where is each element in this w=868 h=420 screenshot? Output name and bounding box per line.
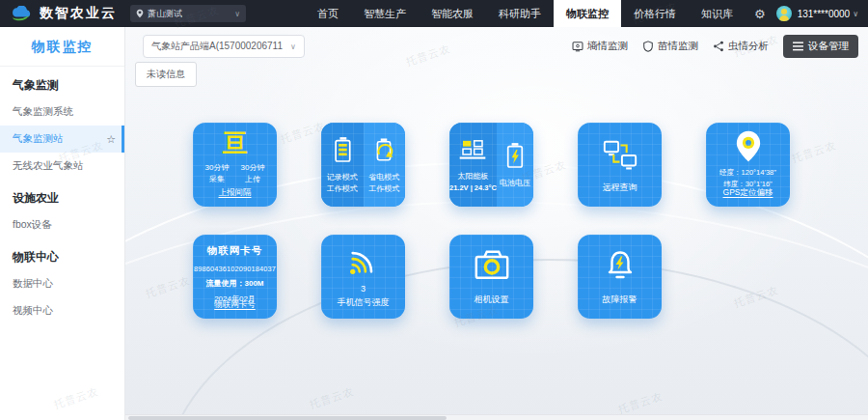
battery-voltage-label: 电池电压 xyxy=(500,178,530,189)
sidebar-section-facility-agri: 设施农业 xyxy=(0,180,124,211)
iot-card-usage: 流量使用：300M xyxy=(205,278,263,289)
sidebar-item-label: fbox设备 xyxy=(13,218,52,232)
main-content: 气象站产品端A(157000206711 ∨ 墒情监测 xyxy=(125,27,868,420)
solar-panel-label: 太阳能板 21.2V | 24.3°C xyxy=(449,171,497,194)
soil-moisture-monitor-button[interactable]: 墒情监测 xyxy=(572,40,628,53)
action-label: 设备管理 xyxy=(808,40,849,53)
alarm-bell-icon xyxy=(603,249,637,284)
mode-title: 记录模式 xyxy=(327,172,358,183)
solar-value: 21.2V | 24.3°C xyxy=(449,183,497,192)
camera-settings-label: 相机设置 xyxy=(449,294,533,306)
remote-query-label: 远程查询 xyxy=(578,182,662,194)
brand-title: 数智农业云 xyxy=(40,5,117,22)
action-label: 虫情分析 xyxy=(728,40,769,53)
collect-value: 30分钟 xyxy=(205,162,230,174)
solar-panel-half[interactable]: 太阳能板 21.2V | 24.3°C xyxy=(449,123,497,207)
device-select[interactable]: 气象站产品端A(157000206711 ∨ xyxy=(143,35,305,58)
work-mode-tile[interactable]: 记录模式 工作模式 省电模式 工作模式 xyxy=(321,123,405,207)
signal-tile[interactable]: 3 手机信号强度 xyxy=(321,235,405,319)
sidebar-item-data-center[interactable]: 数据中心 xyxy=(0,270,124,297)
sidebar-item-label: 无线农业气象站 xyxy=(13,159,84,173)
nav-item-knowledge-base[interactable]: 知识库 xyxy=(689,0,746,27)
tiles-row-1: 亘 30分钟 采集 30分钟 上传 上报间隔 xyxy=(193,123,790,207)
user-avatar[interactable] xyxy=(776,6,792,21)
sidebar-title: 物联监控 xyxy=(0,27,124,67)
action-label: 墒情监测 xyxy=(587,40,628,53)
sidebar-section-iot-center: 物联中心 xyxy=(0,238,124,270)
unread-messages-button[interactable]: 未读信息 xyxy=(135,62,197,87)
sidebar-item-wireless-weather-station[interactable]: 无线农业气象站 xyxy=(0,153,124,180)
report-interval-tile[interactable]: 亘 30分钟 采集 30分钟 上传 上报间隔 xyxy=(193,123,277,207)
gps-offset-link[interactable]: GPS定位偏移 xyxy=(723,187,773,197)
remote-query-tile[interactable]: 远程查询 xyxy=(578,123,662,207)
tiles-row-2: 物联网卡号 89860436102090184037 流量使用：300M 202… xyxy=(193,235,662,319)
soil-moisture-icon xyxy=(572,41,583,52)
battery-voltage-half[interactable]: 电池电压 xyxy=(497,123,533,207)
battery-record-icon xyxy=(331,135,354,164)
sidebar-item-label: 视频中心 xyxy=(13,304,53,318)
nav-item-smart-agri-service[interactable]: 智能农服 xyxy=(419,0,486,27)
scrollbar-thumb[interactable] xyxy=(128,416,447,420)
mode-sub: 工作模式 xyxy=(368,184,399,193)
device-select-value: 气象站产品端A(157000206711 xyxy=(151,40,283,53)
location-pin-icon xyxy=(136,9,144,18)
location-select-value: 萧山测试 xyxy=(148,8,182,20)
menu-lines-icon xyxy=(793,42,803,51)
interval-icon: 亘 xyxy=(223,130,248,155)
pest-analysis-button[interactable]: 虫情分析 xyxy=(713,40,769,53)
power-tile[interactable]: 太阳能板 21.2V | 24.3°C 电池电压 xyxy=(449,123,533,207)
app-window: 数智农业云 萧山测试 ∨ 首页 智慧生产 智能农服 科研助手 物联监控 价格行情… xyxy=(0,0,868,420)
sidebar-item-weather-station[interactable]: 气象监测站 ☆ xyxy=(0,126,124,153)
toolbar-actions: 墒情监测 苗情监测 虫情分析 xyxy=(572,35,858,58)
power-save-mode-label: 省电模式 工作模式 xyxy=(368,172,399,195)
report-interval-link[interactable]: 上报间隔 xyxy=(219,187,252,197)
sidebar-item-video-center[interactable]: 视频中心 xyxy=(0,297,124,324)
share-nodes-icon xyxy=(713,41,724,52)
iot-card-tile[interactable]: 物联网卡号 89860436102090184037 流量使用：300M 202… xyxy=(193,235,277,319)
action-label: 苗情监测 xyxy=(658,40,698,53)
mode-sub: 工作模式 xyxy=(327,184,358,193)
iot-card-title: 物联网卡号 xyxy=(207,244,263,258)
power-save-mode-half[interactable]: 省电模式 工作模式 xyxy=(364,123,406,207)
iot-card-number: 89860436102090184037 xyxy=(194,265,276,273)
sidebar-item-fbox-device[interactable]: fbox设备 xyxy=(0,211,124,238)
nav-item-home[interactable]: 首页 xyxy=(305,0,351,27)
brand: 数智农业云 xyxy=(10,5,117,22)
main-nav: 首页 智慧生产 智能农服 科研助手 物联监控 价格行情 知识库 xyxy=(305,0,746,27)
device-manage-button[interactable]: 设备管理 xyxy=(783,35,858,58)
remote-devices-icon xyxy=(601,137,639,174)
nav-item-research-assistant[interactable]: 科研助手 xyxy=(486,0,554,27)
iot-card-link[interactable]: 物联网卡号 xyxy=(214,299,256,309)
solar-panel-icon xyxy=(458,136,487,163)
sidebar-item-label: 气象监测站 xyxy=(13,132,64,146)
seedling-monitor-button[interactable]: 苗情监测 xyxy=(642,40,698,53)
chevron-down-icon: ∨ xyxy=(234,10,240,18)
user-menu-chevron-icon[interactable]: ∨ xyxy=(853,10,858,18)
sidebar-item-weather-system[interactable]: 气象监测系统 xyxy=(0,98,124,126)
record-mode-half[interactable]: 记录模式 工作模式 xyxy=(321,123,364,207)
user-phone[interactable]: 131****0000 xyxy=(798,9,851,19)
settings-gear-icon[interactable]: ⚙ xyxy=(746,7,774,21)
location-select[interactable]: 萧山测试 ∨ xyxy=(130,5,246,22)
nav-item-iot-monitoring[interactable]: 物联监控 xyxy=(554,0,621,27)
nav-item-price-market[interactable]: 价格行情 xyxy=(621,0,689,27)
brand-logo-icon xyxy=(10,6,33,22)
star-icon[interactable]: ☆ xyxy=(106,133,116,146)
content-toolbar: 气象站产品端A(157000206711 ∨ 墒情监测 xyxy=(143,35,858,58)
battery-voltage-icon xyxy=(503,141,527,170)
solar-label: 太阳能板 xyxy=(449,171,497,182)
upload-value: 30分钟 xyxy=(241,162,265,174)
top-navbar: 数智农业云 萧山测试 ∨ 首页 智慧生产 智能农服 科研助手 物联监控 价格行情… xyxy=(0,0,868,27)
nav-item-smart-production[interactable]: 智慧生产 xyxy=(351,0,419,27)
fault-alarm-tile[interactable]: 故障报警 xyxy=(578,235,662,319)
seedling-shield-icon xyxy=(642,41,654,52)
signal-value: 3 xyxy=(321,284,405,294)
sidebar-section-weather: 气象监测 xyxy=(0,67,124,98)
sidebar-item-label: 气象监测系统 xyxy=(13,105,73,119)
camera-settings-tile[interactable]: 相机设置 xyxy=(449,235,533,319)
battery-ecycle-icon xyxy=(370,135,397,164)
horizontal-scrollbar[interactable] xyxy=(125,414,868,420)
mode-title: 省电模式 xyxy=(368,172,399,183)
gps-tile[interactable]: 经度：120°14'38" 纬度：30°1'16" GPS定位偏移 xyxy=(706,123,790,207)
sidebar: 物联监控 气象监测 气象监测系统 气象监测站 ☆ 无线农业气象站 设施农业 fb… xyxy=(0,27,125,420)
